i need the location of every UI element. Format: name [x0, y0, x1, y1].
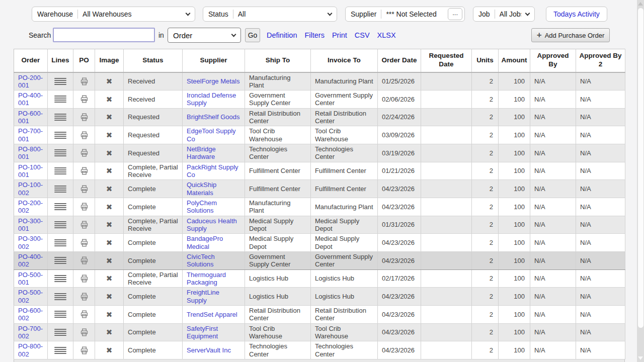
supplier-link[interactable]: FreightLine Supply — [187, 289, 219, 304]
supplier-link[interactable]: Ironclad Defense Supply — [187, 92, 236, 107]
table-row[interactable]: PO-100-002 ✖ Complete QuickShip Material… — [14, 180, 625, 198]
print-icon[interactable] — [79, 238, 89, 247]
table-row[interactable]: PO-200-001 ✖ Received SteelForge Metals … — [14, 72, 625, 90]
delete-image-icon[interactable]: ✖ — [106, 185, 113, 193]
table-row[interactable]: PO-600-001 ✖ Requested BrightShelf Goods… — [14, 108, 625, 126]
lines-icon[interactable] — [54, 77, 66, 86]
search-field-select[interactable]: Order — [168, 28, 241, 43]
table-row[interactable]: PO-800-002 ✖ Complete ServerVault Inc Te… — [14, 341, 625, 359]
print-icon[interactable] — [79, 113, 89, 122]
col-header-order-date[interactable]: Order Date — [378, 49, 421, 72]
xlsx-link[interactable]: XLSX — [377, 31, 396, 39]
lines-icon[interactable] — [54, 113, 66, 122]
supplier-link[interactable]: NetBridge Hardware — [187, 145, 216, 160]
delete-image-icon[interactable]: ✖ — [106, 77, 113, 85]
lines-icon[interactable] — [54, 346, 66, 355]
order-link[interactable]: PO-500-001 — [18, 271, 43, 286]
lines-icon[interactable] — [54, 148, 66, 157]
delete-image-icon[interactable]: ✖ — [106, 220, 113, 229]
print-icon[interactable] — [79, 166, 89, 175]
col-header-order[interactable]: Order — [14, 49, 48, 72]
delete-image-icon[interactable]: ✖ — [106, 292, 113, 301]
order-link[interactable]: PO-200-002 — [18, 199, 43, 214]
col-header-approved-by[interactable]: Approved By — [530, 49, 576, 72]
col-header-po[interactable]: PO — [73, 49, 95, 72]
supplier-link[interactable]: PolyChem Solutions — [187, 199, 217, 214]
delete-image-icon[interactable]: ✖ — [106, 149, 113, 157]
lines-icon[interactable] — [54, 310, 66, 319]
supplier-link[interactable]: EdgeTool Supply Co — [187, 127, 236, 142]
supplier-browse-button[interactable]: ... — [448, 8, 462, 20]
order-link[interactable]: PO-600-002 — [18, 307, 43, 322]
lines-icon[interactable] — [54, 328, 66, 337]
print-icon[interactable] — [79, 292, 89, 301]
print-icon[interactable] — [79, 77, 89, 86]
vertical-scrollbar[interactable] — [637, 0, 644, 362]
order-link[interactable]: PO-800-001 — [18, 145, 43, 160]
col-header-image[interactable]: Image — [95, 49, 124, 72]
delete-image-icon[interactable]: ✖ — [106, 203, 113, 211]
table-row[interactable]: PO-300-001 ✖ Complete, Partial Receive C… — [14, 216, 625, 234]
scroll-up-icon[interactable] — [638, 2, 643, 6]
delete-image-icon[interactable]: ✖ — [106, 310, 113, 319]
delete-image-icon[interactable]: ✖ — [106, 166, 113, 175]
order-link[interactable]: PO-700-002 — [18, 325, 43, 340]
col-header-amount[interactable]: Amount — [499, 49, 530, 72]
print-icon[interactable] — [79, 185, 89, 194]
supplier-link[interactable]: SafetyFirst Equipment — [187, 325, 218, 340]
table-row[interactable]: PO-600-002 ✖ Complete TrendSet Apparel R… — [14, 306, 625, 324]
table-row[interactable]: PO-500-001 ✖ Complete, Partial Receive T… — [14, 269, 625, 288]
order-link[interactable]: PO-700-001 — [18, 127, 43, 142]
print-icon[interactable] — [79, 131, 89, 140]
delete-image-icon[interactable]: ✖ — [106, 256, 113, 265]
lines-icon[interactable] — [54, 238, 66, 247]
search-input[interactable] — [53, 28, 155, 42]
supplier-link[interactable]: CivicTech Solutions — [187, 253, 215, 268]
lines-icon[interactable] — [54, 292, 66, 301]
supplier-link[interactable]: BrightShelf Goods — [187, 113, 240, 121]
scroll-down-icon[interactable] — [638, 356, 643, 360]
col-header-invoice-to[interactable]: Invoice To — [311, 49, 378, 72]
supplier-link[interactable]: SteelForge Metals — [187, 77, 240, 85]
order-link[interactable]: PO-200-001 — [18, 74, 43, 89]
table-row[interactable]: PO-700-001 ✖ Requested EdgeTool Supply C… — [14, 126, 625, 144]
add-purchase-order-button[interactable]: + Add Purchase Order — [531, 28, 610, 42]
supplier-link[interactable]: PackRight Supply Co — [187, 163, 238, 178]
supplier-link[interactable]: Caduceus Health Supply — [187, 217, 237, 232]
delete-image-icon[interactable]: ✖ — [106, 346, 113, 354]
order-link[interactable]: PO-400-002 — [18, 253, 43, 268]
delete-image-icon[interactable]: ✖ — [106, 95, 113, 104]
col-header-ship-to[interactable]: Ship To — [245, 49, 311, 72]
lines-icon[interactable] — [54, 256, 66, 265]
table-row[interactable]: PO-100-001 ✖ Complete, Partial Receive P… — [14, 162, 625, 180]
order-link[interactable]: PO-600-001 — [18, 110, 43, 125]
table-row[interactable]: PO-300-002 ✖ Complete BandagePro Medical… — [14, 234, 625, 252]
print-icon[interactable] — [79, 256, 89, 265]
order-link[interactable]: PO-300-001 — [18, 217, 43, 232]
col-header-status[interactable]: Status — [124, 49, 183, 72]
job-select[interactable]: Job All Jobs — [473, 7, 535, 22]
lines-icon[interactable] — [54, 220, 66, 229]
order-link[interactable]: PO-100-001 — [18, 163, 43, 178]
go-button[interactable]: Go — [245, 28, 260, 42]
delete-image-icon[interactable]: ✖ — [106, 274, 113, 283]
print-icon[interactable] — [79, 95, 89, 104]
print-icon[interactable] — [79, 310, 89, 319]
scrollbar-thumb[interactable] — [638, 8, 643, 328]
table-row[interactable]: PO-700-002 ✖ Complete SafetyFirst Equipm… — [14, 323, 625, 341]
supplier-link[interactable]: QuickShip Materials — [187, 181, 216, 196]
supplier-link[interactable]: ServerVault Inc — [187, 346, 231, 354]
col-header-supplier[interactable]: Supplier — [183, 49, 245, 72]
table-row[interactable]: PO-500-002 ✖ Complete FreightLine Supply… — [14, 288, 625, 306]
col-header-lines[interactable]: Lines — [48, 49, 73, 72]
supplier-link[interactable]: BandagePro Medical — [187, 235, 223, 250]
supplier-link[interactable]: TrendSet Apparel — [187, 311, 237, 318]
supplier-field[interactable]: Supplier *** Not Selected ... — [345, 7, 465, 22]
col-header-approved-by-2[interactable]: Approved By 2 — [576, 49, 625, 72]
definition-link[interactable]: Definition — [267, 31, 297, 39]
col-header-units[interactable]: Units — [472, 49, 499, 72]
status-select[interactable]: Status All — [203, 7, 337, 22]
print-icon[interactable] — [79, 346, 89, 355]
supplier-link[interactable]: Thermoguard Packaging — [187, 271, 226, 286]
print-icon[interactable] — [79, 328, 89, 337]
